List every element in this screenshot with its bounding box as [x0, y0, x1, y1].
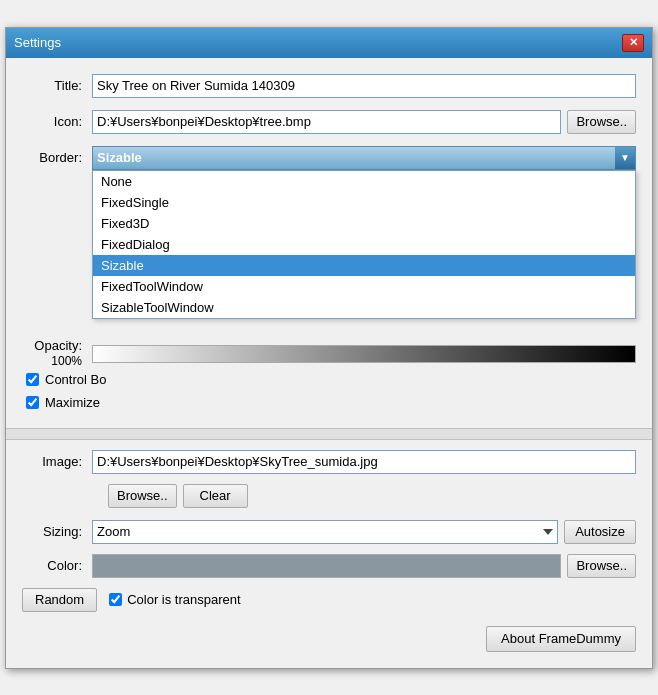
- border-dropdown-wrapper: Sizable ▼ None FixedSingle Fixed3D Fixed…: [92, 146, 636, 170]
- image-path-row: Image:: [22, 450, 636, 474]
- opacity-label: Opacity: 100%: [22, 338, 92, 368]
- color-label: Color:: [22, 558, 92, 573]
- maximize-label: Maximize: [45, 395, 100, 410]
- random-button[interactable]: Random: [22, 588, 97, 612]
- icon-browse-button[interactable]: Browse..: [567, 110, 636, 134]
- upper-section: Title: Icon: Browse.. Border: Sizable ▼ …: [6, 58, 652, 428]
- transparent-checkbox[interactable]: [109, 593, 122, 606]
- image-label: Image:: [22, 454, 92, 469]
- border-selected-text: Sizable: [97, 150, 615, 165]
- border-option-fixed3d[interactable]: Fixed3D: [93, 213, 635, 234]
- about-row: About FrameDummy: [22, 626, 636, 652]
- border-option-sizable[interactable]: Sizable: [93, 255, 635, 276]
- color-swatch[interactable]: [92, 554, 561, 578]
- title-bar: Settings ✕: [6, 28, 652, 58]
- border-label: Border:: [22, 150, 92, 165]
- icon-input[interactable]: [92, 110, 561, 134]
- control-box-checkbox[interactable]: [26, 373, 39, 386]
- random-row: Random Color is transparent: [22, 588, 636, 612]
- settings-window: Settings ✕ Title: Icon: Browse.. Border:…: [5, 27, 653, 669]
- about-button[interactable]: About FrameDummy: [486, 626, 636, 652]
- title-input[interactable]: [92, 74, 636, 98]
- lower-section: Image: Browse.. Clear Sizing: Zoom Stret…: [6, 440, 652, 668]
- gray-divider: [6, 428, 652, 440]
- border-dropdown-selected[interactable]: Sizable ▼: [92, 146, 636, 170]
- close-button[interactable]: ✕: [622, 34, 644, 52]
- icon-row: Icon: Browse..: [22, 110, 636, 134]
- sizing-row: Sizing: Zoom Stretch Fit Tile Center Aut…: [22, 520, 636, 544]
- transparent-label: Color is transparent: [127, 592, 240, 607]
- border-dropdown-arrow[interactable]: ▼: [615, 147, 635, 169]
- opacity-row: Opacity: 100%: [22, 338, 636, 368]
- control-box-row: Control Bo: [22, 372, 636, 387]
- image-buttons-row: Browse.. Clear: [102, 484, 636, 508]
- autosize-button[interactable]: Autosize: [564, 520, 636, 544]
- title-label: Title:: [22, 78, 92, 93]
- maximize-row: Maximize: [22, 395, 636, 410]
- border-dropdown-list: None FixedSingle Fixed3D FixedDialog Siz…: [92, 170, 636, 319]
- opacity-track[interactable]: [92, 345, 636, 363]
- color-row: Color: Browse..: [22, 554, 636, 578]
- border-option-none[interactable]: None: [93, 171, 635, 192]
- transparent-check-row: Color is transparent: [109, 592, 240, 607]
- image-clear-button[interactable]: Clear: [183, 484, 248, 508]
- window-title: Settings: [14, 35, 61, 50]
- title-row: Title:: [22, 74, 636, 98]
- icon-label: Icon:: [22, 114, 92, 129]
- control-box-label: Control Bo: [45, 372, 106, 387]
- sizing-select[interactable]: Zoom Stretch Fit Tile Center: [92, 520, 558, 544]
- sizing-label: Sizing:: [22, 524, 92, 539]
- border-option-fixeddialog[interactable]: FixedDialog: [93, 234, 635, 255]
- border-row: Border: Sizable ▼ None FixedSingle Fixed…: [22, 146, 636, 170]
- maximize-checkbox[interactable]: [26, 396, 39, 409]
- image-input[interactable]: [92, 450, 636, 474]
- border-option-sizabletoolwindow[interactable]: SizableToolWindow: [93, 297, 635, 318]
- border-option-fixedsingle[interactable]: FixedSingle: [93, 192, 635, 213]
- color-browse-button[interactable]: Browse..: [567, 554, 636, 578]
- border-option-fixedtoolwindow[interactable]: FixedToolWindow: [93, 276, 635, 297]
- image-browse-button[interactable]: Browse..: [108, 484, 177, 508]
